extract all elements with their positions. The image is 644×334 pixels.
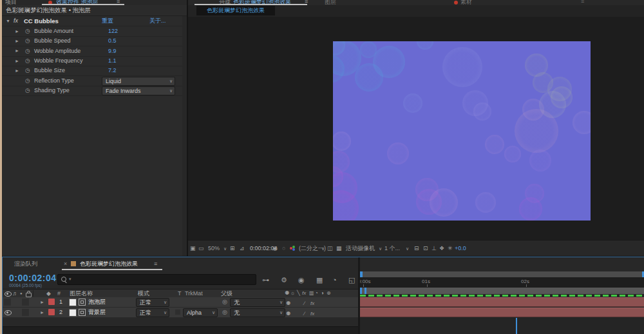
fx-switch-icon[interactable]: fx — [302, 290, 306, 297]
timeline-button-icon[interactable]: ⊥ — [431, 241, 437, 256]
video-toggle[interactable] — [4, 299, 11, 306]
reset-effect-button[interactable]: 重置 — [102, 16, 113, 26]
3d-switch-icon[interactable]: ⊕ — [327, 290, 331, 297]
shy-toggle-icon[interactable]: ⚉ — [286, 299, 290, 308]
stopwatch-icon[interactable]: ◷ — [25, 56, 30, 66]
fx-toggle-icon[interactable]: fx — [310, 309, 314, 319]
chevron-down-icon[interactable]: ∨ — [379, 241, 382, 256]
tab-layer[interactable]: 图层 — [325, 0, 336, 5]
stopwatch-icon[interactable]: ◷ — [25, 36, 30, 46]
tab-footage[interactable]: 素材 — [460, 0, 472, 5]
shy-switch-icon[interactable]: ⚉ — [285, 290, 289, 297]
chevron-down-icon[interactable]: ∨ — [321, 241, 325, 256]
expand-arrow-icon[interactable]: ► — [15, 36, 19, 46]
transparency-grid-icon[interactable]: ▦ — [336, 241, 342, 256]
hide-shy-layers-icon[interactable]: ◉ — [298, 276, 305, 284]
video-column-eye-icon[interactable] — [5, 291, 12, 297]
label-column-icon[interactable]: ◆ — [46, 290, 51, 297]
time-ruler[interactable]: 0:00s01s02s — [360, 277, 644, 288]
comp-frame[interactable] — [333, 41, 591, 221]
motion-blur-switch-icon[interactable]: ◔ — [315, 290, 318, 297]
frame-blend-switch-icon[interactable]: ▥ — [309, 290, 314, 297]
roi-icon[interactable]: ⊿ — [240, 241, 245, 256]
expand-arrow-icon[interactable]: ► — [40, 297, 44, 307]
flowchart-button-icon[interactable]: ❖ — [439, 241, 444, 256]
grid-guides-icon[interactable]: ⊞ — [230, 241, 235, 256]
column-layer-name[interactable]: 图层名称 — [70, 290, 93, 297]
work-area-handle-left2[interactable] — [365, 288, 366, 294]
parent-pickwhip-icon[interactable]: ◎ — [222, 308, 227, 317]
quality-switch-icon[interactable]: ╲ — [297, 290, 300, 297]
param-value[interactable]: 1.1 — [108, 56, 117, 66]
search-input[interactable]: ▾ — [57, 274, 256, 285]
column-mode[interactable]: 模式 — [138, 290, 149, 297]
stopwatch-icon[interactable]: ◷ — [25, 86, 30, 95]
video-toggle-eye-icon[interactable] — [5, 310, 12, 315]
current-timecode[interactable]: 0:00:02:04 — [9, 273, 57, 283]
column-trkmat[interactable]: TrkMat — [185, 290, 203, 297]
chevron-down-icon[interactable]: ∨ — [223, 241, 227, 256]
work-area-handle-left[interactable] — [360, 288, 362, 294]
solo-column-icon[interactable]: ● — [20, 290, 23, 297]
column-t[interactable]: T — [178, 290, 182, 297]
stopwatch-icon[interactable]: ◷ — [25, 46, 30, 56]
viewer-comp-tab[interactable]: 色彩斑斓梦幻泡泡效果 — [196, 6, 275, 15]
about-effect-button[interactable]: 关于... — [149, 16, 166, 26]
lock-toggle[interactable] — [22, 309, 29, 316]
column-parent[interactable]: 父级 — [221, 290, 232, 297]
snapshot-icon[interactable]: ◉ — [272, 241, 278, 256]
frame-blending-icon[interactable]: ▦ — [316, 276, 323, 284]
work-area-bar[interactable] — [360, 288, 644, 294]
fast-preview-icon[interactable]: ⊡ — [423, 241, 428, 256]
layer-row-2[interactable]: ► 2 背景层 正常 ∨ Alpha ∨ ◎ 无 ∨ ⚉ ∕ fx — [3, 308, 358, 318]
effect-name[interactable]: CC Bubbles — [24, 16, 59, 26]
trkmat-dropdown[interactable]: Alpha ∨ — [183, 308, 218, 317]
region-of-interest-icon[interactable]: ◫ — [327, 241, 333, 256]
exposure-value[interactable]: +0.0 — [455, 241, 466, 256]
screen-mode-icon[interactable]: ▭ — [198, 241, 204, 256]
view-layout-select[interactable]: 1 个... — [384, 241, 400, 256]
parent-dropdown[interactable]: 无 ∨ — [230, 308, 285, 317]
layer-name[interactable]: 泡泡层 — [88, 297, 106, 307]
close-tab-icon[interactable]: × — [64, 257, 67, 270]
time-navigator-bar[interactable] — [360, 271, 644, 277]
mode-dropdown[interactable]: 正常 ∨ — [136, 308, 169, 317]
zoom-level[interactable]: 50% — [208, 241, 220, 256]
pixel-aspect-icon[interactable]: ⊟ — [414, 241, 419, 256]
motion-blur-icon[interactable]: ◔ — [332, 276, 337, 284]
quality-toggle-icon[interactable]: ∕ — [304, 299, 305, 308]
stopwatch-icon[interactable]: ◷ — [25, 66, 30, 75]
mini-flowchart-icon[interactable]: ⊶ — [262, 276, 269, 284]
navigator-handle-left[interactable] — [360, 271, 363, 277]
two-up-view-icon[interactable]: ▣ — [190, 241, 196, 256]
current-time-indicator[interactable] — [516, 318, 517, 334]
show-channels-icon[interactable] — [290, 246, 296, 251]
lock-toggle[interactable] — [22, 299, 29, 306]
camera-select[interactable]: 活动摄像机 — [346, 241, 375, 256]
expand-arrow-icon[interactable]: ► — [15, 56, 19, 66]
layer-duration-bar-1[interactable] — [360, 297, 644, 307]
collapse-switch-icon[interactable]: ☼ — [290, 290, 295, 297]
graph-editor-icon[interactable]: ◱ — [348, 276, 355, 284]
parent-pickwhip-icon[interactable]: ◎ — [222, 297, 227, 307]
tab-render-queue[interactable]: 渲染队列 — [14, 257, 37, 270]
chevron-down-icon[interactable]: ∨ — [406, 241, 409, 256]
expand-arrow-icon[interactable]: ► — [15, 26, 19, 36]
layer-duration-bar-2[interactable] — [360, 308, 644, 317]
exposure-icon[interactable]: ✳ — [448, 241, 453, 256]
tab-comp-timeline[interactable]: 色彩斑斓梦幻泡泡效果 — [80, 257, 138, 270]
param-value[interactable]: 9.9 — [108, 46, 117, 56]
lock-column-icon[interactable] — [26, 293, 32, 297]
expand-arrow-icon[interactable]: ► — [40, 308, 44, 317]
fx-toggle-icon[interactable]: fx — [310, 299, 314, 308]
stopwatch-icon[interactable]: ◷ — [25, 75, 30, 86]
collapse-triangle-icon[interactable]: ▼ — [6, 16, 10, 26]
expand-arrow-icon[interactable]: ► — [15, 46, 19, 56]
tab-project[interactable]: 项目 — [5, 0, 17, 5]
reflection-type-dropdown[interactable]: Liquid ∨ — [102, 77, 175, 86]
panel-menu-icon[interactable]: ≡ — [154, 257, 157, 270]
adjustment-switch-icon[interactable]: ◑ — [321, 290, 324, 297]
effect-header-row[interactable]: ▼ fx CC Bubbles 重置 关于... — [2, 16, 187, 26]
shy-toggle-icon[interactable]: ⚉ — [286, 309, 290, 319]
layer-name[interactable]: 背景层 — [88, 308, 106, 317]
